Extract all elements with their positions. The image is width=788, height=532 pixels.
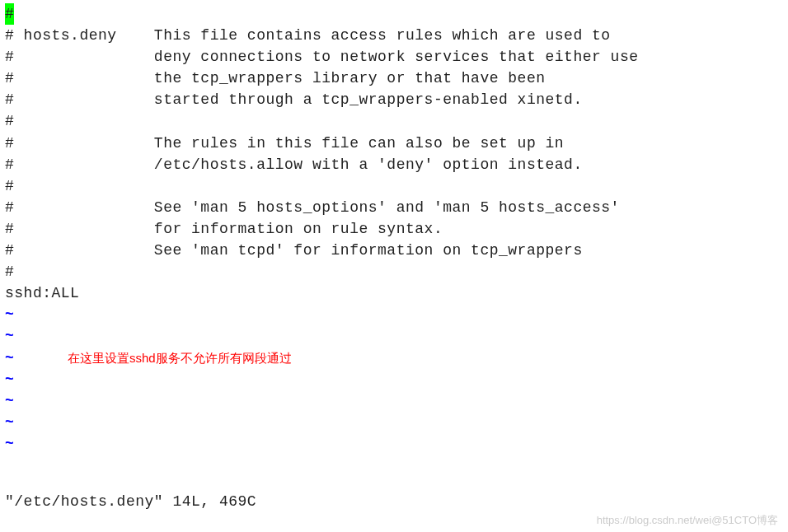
file-line-cursor: #	[5, 3, 783, 25]
cursor-block: #	[5, 3, 14, 25]
tilde-line: ~	[5, 433, 783, 455]
file-line: # for information on rule syntax.	[5, 218, 783, 240]
file-line: # hosts.deny This file contains access r…	[5, 25, 783, 46]
file-line: # The rules in this file can also be set…	[5, 133, 783, 154]
file-line: # See 'man 5 hosts_options' and 'man 5 h…	[5, 197, 783, 218]
editor-content[interactable]: # # hosts.deny This file contains access…	[5, 3, 783, 455]
file-line: #	[5, 110, 783, 132]
tilde-line: ~	[5, 325, 783, 347]
annotation-text: 在这里设置sshd服务不允许所有网段通过	[68, 349, 292, 367]
file-line: #	[5, 261, 783, 282]
file-line: # /etc/hosts.allow with a 'deny' option …	[5, 154, 783, 175]
watermark-text: https://blog.csdn.net/wei@51CTO博客	[597, 513, 778, 529]
file-line: # deny connections to network services t…	[5, 46, 783, 68]
tilde-line: ~	[5, 304, 783, 325]
tilde-line: ~	[5, 412, 783, 433]
status-line: "/etc/hosts.deny" 14L, 469C	[5, 491, 256, 512]
tilde-line: ~	[5, 369, 783, 390]
tilde-line: ~	[5, 390, 783, 412]
file-line: # started through a tcp_wrappers-enabled…	[5, 89, 783, 110]
file-line: sshd:ALL	[5, 282, 783, 304]
file-line: #	[5, 175, 783, 197]
file-line: # the tcp_wrappers library or that have …	[5, 68, 783, 89]
file-line: # See 'man tcpd' for information on tcp_…	[5, 240, 783, 261]
